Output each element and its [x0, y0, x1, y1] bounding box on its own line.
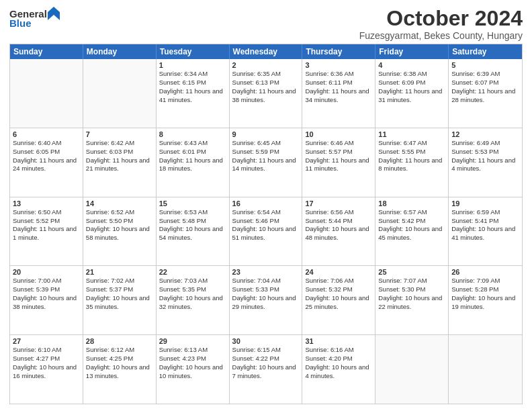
- header: General Blue October 2024 Fuzesgyarmat, …: [9, 7, 523, 41]
- logo-icon: [48, 7, 60, 20]
- calendar-cell: [83, 59, 157, 128]
- day-info: Sunrise: 6:10 AM Sunset: 4:27 PM Dayligh…: [13, 346, 80, 380]
- day-number: 18: [378, 199, 445, 208]
- day-number: 31: [305, 337, 372, 345]
- calendar: SundayMondayTuesdayWednesdayThursdayFrid…: [9, 44, 523, 404]
- day-info: Sunrise: 6:16 AM Sunset: 4:20 PM Dayligh…: [305, 346, 372, 380]
- day-info: Sunrise: 6:15 AM Sunset: 4:22 PM Dayligh…: [232, 346, 300, 380]
- day-info: Sunrise: 6:34 AM Sunset: 6:15 PM Dayligh…: [159, 70, 226, 104]
- calendar-header-cell: Sunday: [10, 44, 83, 59]
- calendar-cell: 24Sunrise: 7:06 AM Sunset: 5:32 PM Dayli…: [302, 266, 375, 334]
- day-info: Sunrise: 6:35 AM Sunset: 6:13 PM Dayligh…: [232, 70, 300, 104]
- calendar-cell: 9Sunrise: 6:45 AM Sunset: 5:59 PM Daylig…: [230, 128, 303, 197]
- calendar-week-row: 27Sunrise: 6:10 AM Sunset: 4:27 PM Dayli…: [10, 335, 522, 404]
- calendar-cell: 1Sunrise: 6:34 AM Sunset: 6:15 PM Daylig…: [157, 59, 230, 128]
- calendar-cell: 20Sunrise: 7:00 AM Sunset: 5:39 PM Dayli…: [10, 266, 83, 334]
- day-number: 7: [86, 130, 153, 138]
- day-number: 20: [13, 268, 80, 276]
- day-info: Sunrise: 6:38 AM Sunset: 6:09 PM Dayligh…: [378, 70, 445, 104]
- day-number: 13: [13, 199, 80, 208]
- day-info: Sunrise: 6:39 AM Sunset: 6:07 PM Dayligh…: [451, 70, 519, 104]
- day-number: 10: [305, 130, 372, 138]
- day-number: 26: [451, 268, 519, 276]
- day-info: Sunrise: 6:57 AM Sunset: 5:42 PM Dayligh…: [378, 208, 445, 242]
- day-info: Sunrise: 6:42 AM Sunset: 6:03 PM Dayligh…: [86, 139, 153, 173]
- calendar-cell: 17Sunrise: 6:56 AM Sunset: 5:44 PM Dayli…: [302, 197, 375, 266]
- calendar-cell: [375, 335, 449, 404]
- day-number: 1: [159, 61, 226, 69]
- day-info: Sunrise: 7:04 AM Sunset: 5:33 PM Dayligh…: [232, 277, 300, 311]
- logo: General Blue: [9, 7, 60, 29]
- calendar-cell: 26Sunrise: 7:09 AM Sunset: 5:28 PM Dayli…: [449, 266, 522, 334]
- day-number: 3: [305, 61, 372, 69]
- day-number: 4: [378, 61, 445, 69]
- day-info: Sunrise: 7:07 AM Sunset: 5:30 PM Dayligh…: [378, 277, 445, 311]
- day-number: 21: [86, 268, 153, 276]
- calendar-cell: 30Sunrise: 6:15 AM Sunset: 4:22 PM Dayli…: [230, 335, 303, 404]
- day-number: 15: [159, 199, 226, 208]
- calendar-cell: [10, 59, 83, 128]
- day-number: 27: [13, 337, 80, 345]
- calendar-header-cell: Monday: [83, 44, 157, 59]
- day-number: 2: [232, 61, 300, 69]
- day-info: Sunrise: 7:06 AM Sunset: 5:32 PM Dayligh…: [305, 277, 372, 311]
- calendar-cell: 28Sunrise: 6:12 AM Sunset: 4:25 PM Dayli…: [83, 335, 157, 404]
- calendar-header-cell: Friday: [375, 44, 449, 59]
- calendar-cell: 14Sunrise: 6:52 AM Sunset: 5:50 PM Dayli…: [83, 197, 157, 266]
- calendar-cell: 13Sunrise: 6:50 AM Sunset: 5:52 PM Dayli…: [10, 197, 83, 266]
- calendar-cell: 8Sunrise: 6:43 AM Sunset: 6:01 PM Daylig…: [157, 128, 230, 197]
- calendar-cell: 7Sunrise: 6:42 AM Sunset: 6:03 PM Daylig…: [83, 128, 157, 197]
- day-info: Sunrise: 6:36 AM Sunset: 6:11 PM Dayligh…: [305, 70, 372, 104]
- calendar-cell: 3Sunrise: 6:36 AM Sunset: 6:11 PM Daylig…: [302, 59, 375, 128]
- calendar-header-cell: Tuesday: [157, 44, 230, 59]
- day-number: 12: [451, 130, 519, 138]
- day-info: Sunrise: 7:02 AM Sunset: 5:37 PM Dayligh…: [86, 277, 153, 311]
- main-title: October 2024: [359, 7, 523, 30]
- day-number: 11: [378, 130, 445, 138]
- day-number: 19: [451, 199, 519, 208]
- calendar-cell: 18Sunrise: 6:57 AM Sunset: 5:42 PM Dayli…: [375, 197, 449, 266]
- calendar-cell: 25Sunrise: 7:07 AM Sunset: 5:30 PM Dayli…: [375, 266, 449, 334]
- day-info: Sunrise: 7:09 AM Sunset: 5:28 PM Dayligh…: [451, 277, 519, 311]
- calendar-cell: 11Sunrise: 6:47 AM Sunset: 5:55 PM Dayli…: [375, 128, 449, 197]
- day-number: 30: [232, 337, 300, 345]
- page: General Blue October 2024 Fuzesgyarmat, …: [0, 0, 532, 411]
- calendar-cell: [449, 335, 522, 404]
- day-info: Sunrise: 6:13 AM Sunset: 4:23 PM Dayligh…: [159, 346, 226, 380]
- day-number: 6: [13, 130, 80, 138]
- day-number: 9: [232, 130, 300, 138]
- day-info: Sunrise: 6:47 AM Sunset: 5:55 PM Dayligh…: [378, 139, 445, 173]
- calendar-cell: 15Sunrise: 6:53 AM Sunset: 5:48 PM Dayli…: [157, 197, 230, 266]
- calendar-header-cell: Saturday: [449, 44, 522, 59]
- day-number: 23: [232, 268, 300, 276]
- calendar-cell: 5Sunrise: 6:39 AM Sunset: 6:07 PM Daylig…: [449, 59, 522, 128]
- day-info: Sunrise: 6:46 AM Sunset: 5:57 PM Dayligh…: [305, 139, 372, 173]
- day-info: Sunrise: 6:45 AM Sunset: 5:59 PM Dayligh…: [232, 139, 300, 173]
- day-number: 25: [378, 268, 445, 276]
- calendar-week-row: 20Sunrise: 7:00 AM Sunset: 5:39 PM Dayli…: [10, 266, 522, 335]
- day-info: Sunrise: 6:56 AM Sunset: 5:44 PM Dayligh…: [305, 208, 372, 242]
- day-number: 24: [305, 268, 372, 276]
- day-info: Sunrise: 6:54 AM Sunset: 5:46 PM Dayligh…: [232, 208, 300, 242]
- calendar-cell: 6Sunrise: 6:40 AM Sunset: 6:05 PM Daylig…: [10, 128, 83, 197]
- day-number: 14: [86, 199, 153, 208]
- day-info: Sunrise: 6:53 AM Sunset: 5:48 PM Dayligh…: [159, 208, 226, 242]
- calendar-cell: 12Sunrise: 6:49 AM Sunset: 5:53 PM Dayli…: [449, 128, 522, 197]
- day-info: Sunrise: 6:52 AM Sunset: 5:50 PM Dayligh…: [86, 208, 153, 242]
- calendar-cell: 4Sunrise: 6:38 AM Sunset: 6:09 PM Daylig…: [375, 59, 449, 128]
- day-number: 22: [159, 268, 226, 276]
- day-info: Sunrise: 6:40 AM Sunset: 6:05 PM Dayligh…: [13, 139, 80, 173]
- subtitle: Fuzesgyarmat, Bekes County, Hungary: [359, 30, 523, 41]
- calendar-cell: 22Sunrise: 7:03 AM Sunset: 5:35 PM Dayli…: [157, 266, 230, 334]
- calendar-cell: 31Sunrise: 6:16 AM Sunset: 4:20 PM Dayli…: [302, 335, 375, 404]
- day-info: Sunrise: 6:59 AM Sunset: 5:41 PM Dayligh…: [451, 208, 519, 242]
- day-info: Sunrise: 7:03 AM Sunset: 5:35 PM Dayligh…: [159, 277, 226, 311]
- calendar-cell: 23Sunrise: 7:04 AM Sunset: 5:33 PM Dayli…: [230, 266, 303, 334]
- day-number: 8: [159, 130, 226, 138]
- calendar-header-row: SundayMondayTuesdayWednesdayThursdayFrid…: [10, 44, 522, 59]
- calendar-header-cell: Wednesday: [230, 44, 303, 59]
- day-info: Sunrise: 6:50 AM Sunset: 5:52 PM Dayligh…: [13, 208, 80, 242]
- calendar-cell: 21Sunrise: 7:02 AM Sunset: 5:37 PM Dayli…: [83, 266, 157, 334]
- calendar-cell: 2Sunrise: 6:35 AM Sunset: 6:13 PM Daylig…: [230, 59, 303, 128]
- calendar-cell: 29Sunrise: 6:13 AM Sunset: 4:23 PM Dayli…: [157, 335, 230, 404]
